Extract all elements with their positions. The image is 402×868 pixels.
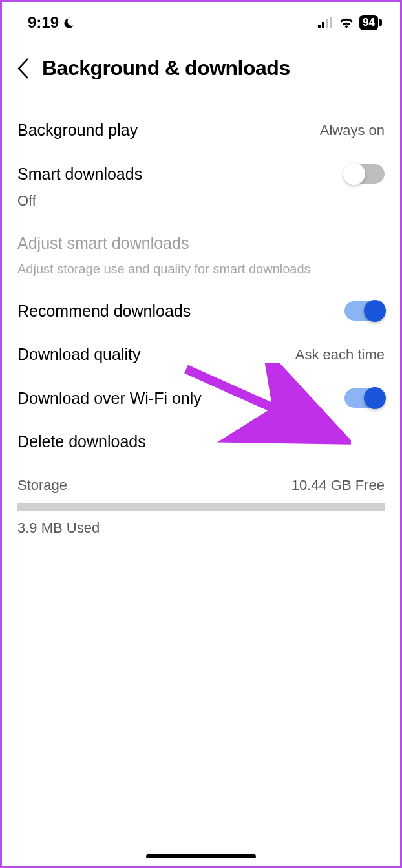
setting-value: Ask each time [295,346,385,363]
setting-label: Smart downloads [17,165,142,184]
storage-used: 3.9 MB Used [17,520,385,536]
storage-free: 10.44 GB Free [291,477,385,494]
setting-label: Download quality [17,345,140,364]
wifi-only-toggle[interactable] [344,388,385,408]
svg-rect-0 [318,25,321,28]
setting-label: Background play [17,121,138,140]
toggle-knob-icon [343,163,365,185]
status-indicators: 94 [318,15,382,30]
status-time: 9:19 [28,14,59,32]
page-header: Background & downloads [2,38,400,96]
battery-level: 94 [359,15,378,30]
battery-tip-icon [379,19,382,26]
settings-list: Background play Always on Smart download… [2,96,400,536]
recommend-downloads-row[interactable]: Recommend downloads [17,277,385,321]
signal-icon [318,16,333,29]
delete-downloads-row[interactable]: Delete downloads [17,408,385,451]
background-play-row[interactable]: Background play Always on [17,96,385,140]
smart-downloads-toggle[interactable] [344,164,385,184]
wifi-icon [339,16,354,29]
setting-label: Download over Wi-Fi only [17,389,202,408]
back-icon[interactable] [16,58,30,79]
download-quality-row[interactable]: Download quality Ask each time [17,321,385,364]
storage-bar [17,503,385,511]
setting-value: Always on [320,122,385,139]
svg-rect-2 [326,19,328,28]
recommend-downloads-toggle[interactable] [344,301,385,321]
storage-label: Storage [17,477,67,494]
page-title: Background & downloads [42,56,290,80]
download-wifi-only-row[interactable]: Download over Wi-Fi only [17,364,385,408]
setting-sublabel: Off [17,193,385,209]
adjust-smart-downloads-row: Adjust smart downloads Adjust storage us… [17,209,385,277]
setting-label: Delete downloads [17,432,146,451]
smart-downloads-row[interactable]: Smart downloads Off [17,140,385,209]
setting-label: Adjust smart downloads [17,234,189,253]
setting-description: Adjust storage use and quality for smart… [17,262,385,277]
do-not-disturb-icon [63,16,76,29]
status-time-group: 9:19 [28,14,76,32]
toggle-knob-icon [364,387,386,409]
home-indicator[interactable] [146,854,256,858]
svg-rect-1 [322,22,324,28]
toggle-knob-icon [364,300,386,322]
svg-rect-3 [330,17,332,28]
setting-label: Recommend downloads [17,302,191,321]
storage-section: Storage 10.44 GB Free 3.9 MB Used [17,477,385,536]
status-bar: 9:19 94 [2,2,400,38]
